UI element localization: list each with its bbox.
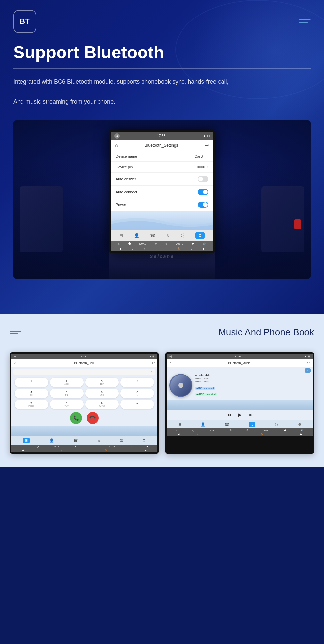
- sys-power[interactable]: ⏻: [128, 242, 131, 245]
- ms-contact-icon[interactable]: 👤: [201, 422, 205, 427]
- bottom-controls-bar: ◀ 0 ↑ ———— 🪑 0 ▶: [111, 246, 213, 251]
- sys-vol[interactable]: 🔊: [203, 242, 206, 245]
- ms-home[interactable]: ⌂: [176, 429, 177, 432]
- ms-sync[interactable]: ⇄: [284, 429, 286, 432]
- contact-icon[interactable]: 👤: [134, 233, 139, 238]
- mc-seat[interactable]: 🪑: [260, 433, 263, 436]
- sys-home[interactable]: ⌂: [118, 242, 120, 245]
- music-phone-section: Music And Phone Book ◀ 17:53 ▲ ⊟ ⌂ Bluet…: [0, 314, 324, 467]
- device-pin-row: Device pin 0000 ›: [111, 162, 213, 173]
- ctrl-seat[interactable]: 🪑: [177, 247, 180, 250]
- device-pin-label: Device pin: [116, 165, 133, 169]
- key-6[interactable]: 6MNO: [85, 389, 119, 398]
- hero-divider: [13, 68, 311, 69]
- link-icon[interactable]: ⛓: [180, 233, 184, 238]
- cc-back[interactable]: ◀: [22, 449, 24, 452]
- phone-icon[interactable]: ☎: [150, 233, 155, 238]
- call-status-icons: ▲ ⊟: [149, 355, 155, 358]
- music-back-icon[interactable]: ↩: [307, 361, 310, 365]
- music-note-icon[interactable]: ♫: [305, 368, 311, 373]
- mc-back[interactable]: ◀: [178, 433, 179, 436]
- ms-vol[interactable]: 🔊: [301, 429, 304, 432]
- ctrl-back[interactable]: ◀: [119, 247, 121, 250]
- mc-fan[interactable]: ↑: [216, 433, 218, 436]
- settings-icon[interactable]: ⚙: [195, 232, 205, 239]
- key-1[interactable]: 1—: [15, 378, 48, 387]
- call-back-icon[interactable]: ↩: [152, 361, 155, 365]
- chevron-right-icon-2[interactable]: ›: [207, 165, 208, 169]
- auto-answer-label: Auto answer: [116, 177, 136, 181]
- call-search-bar[interactable]: ✕: [13, 369, 155, 375]
- cc-seat[interactable]: 🪑: [105, 449, 108, 452]
- music-content: Music Title Music Album Music Artist A2D…: [167, 374, 313, 400]
- mc-fwd[interactable]: ▶: [300, 433, 302, 436]
- key-7[interactable]: 7PQRS: [15, 400, 48, 409]
- cs-home[interactable]: ⌂: [20, 446, 22, 448]
- cs-sync[interactable]: ⇄: [130, 445, 132, 448]
- bottom-nav-bar: ⊞ 👤 ☎ ♫ ⛓ ⚙: [111, 230, 213, 241]
- ctrl-fan[interactable]: ↑: [144, 247, 145, 250]
- music-home-icon[interactable]: ⌂: [169, 361, 172, 365]
- home-icon[interactable]: ⌂: [115, 143, 118, 148]
- key-8[interactable]: 8TUV: [50, 400, 84, 409]
- cs-power[interactable]: ⏻: [37, 446, 39, 448]
- play-pause-icon[interactable]: ▶: [238, 412, 242, 417]
- music-back-arrow[interactable]: ◀: [169, 355, 172, 358]
- sys-sync[interactable]: ⇄: [192, 242, 194, 245]
- ms-settings-icon[interactable]: ⚙: [298, 422, 301, 427]
- music-sys-bar: ⌂ ⏻ DUAL ❄ ↺ AUTO ⇄ 🔊: [167, 428, 313, 432]
- key-2[interactable]: 2ABC: [50, 378, 84, 387]
- key-0[interactable]: 0+: [120, 389, 154, 398]
- ms-music-icon[interactable]: ♫: [249, 422, 255, 427]
- sys-ac[interactable]: ❄: [155, 242, 157, 245]
- key-3[interactable]: 3DEF: [85, 378, 119, 387]
- key-star[interactable]: *: [120, 378, 154, 387]
- power-toggle[interactable]: [198, 202, 208, 208]
- key-hash[interactable]: #: [120, 400, 154, 409]
- sys-fan[interactable]: ↺: [165, 242, 168, 245]
- music-info: Music Title Music Album Music Artist A2D…: [195, 374, 310, 396]
- chevron-right-icon[interactable]: ›: [207, 154, 208, 158]
- cs-ac[interactable]: ❄: [75, 445, 77, 448]
- hamburger-menu-icon[interactable]: [299, 19, 311, 23]
- ms-link-icon[interactable]: ⛓: [275, 422, 278, 426]
- call-button[interactable]: 📞: [70, 412, 82, 424]
- call-music-icon[interactable]: ♫: [97, 439, 100, 443]
- call-phone-icon[interactable]: ☎: [73, 438, 78, 443]
- album-art: [169, 374, 192, 397]
- ctrl-zero1: 0: [132, 247, 133, 250]
- ms-power[interactable]: ⏻: [192, 429, 194, 432]
- auto-connect-toggle[interactable]: [198, 189, 208, 195]
- clear-icon[interactable]: ✕: [150, 370, 153, 373]
- prev-track-icon[interactable]: ⏮: [227, 412, 231, 417]
- back-arrow-icon[interactable]: ◀: [114, 133, 120, 139]
- key-9[interactable]: 9WXYZ: [85, 400, 119, 409]
- cc-fwd[interactable]: ▶: [145, 449, 146, 452]
- end-call-button[interactable]: 📞: [84, 410, 101, 427]
- call-contact-icon[interactable]: 👤: [49, 438, 54, 443]
- auto-answer-toggle[interactable]: [198, 176, 208, 182]
- music-menu-icon[interactable]: [10, 331, 21, 334]
- call-grid-icon[interactable]: ⊞: [23, 438, 30, 443]
- call-back-arrow[interactable]: ◀: [14, 355, 16, 358]
- call-link-icon[interactable]: ⛓: [119, 439, 123, 443]
- key-4[interactable]: 4GHI: [15, 389, 48, 398]
- cc-fan[interactable]: ↑: [61, 449, 62, 452]
- next-track-icon[interactable]: ⏭: [248, 412, 253, 417]
- cs-fan[interactable]: ↺: [92, 445, 94, 448]
- ms-fan[interactable]: ↺: [246, 429, 248, 432]
- ms-grid-icon[interactable]: ⊞: [178, 422, 181, 427]
- back-icon[interactable]: ↩: [205, 143, 209, 148]
- cs-vol[interactable]: ◀: [146, 445, 148, 448]
- search-placeholder: [16, 370, 17, 373]
- ms-ac[interactable]: ❄: [230, 429, 232, 432]
- call-settings-icon[interactable]: ⚙: [142, 438, 146, 443]
- call-home-icon[interactable]: ⌂: [14, 361, 16, 365]
- ctrl-fwd[interactable]: ▶: [203, 247, 205, 250]
- power-row: Power: [111, 198, 213, 211]
- key-5[interactable]: 5JKL: [50, 389, 84, 398]
- music-icon[interactable]: ♫: [166, 233, 170, 238]
- grid-icon[interactable]: ⊞: [119, 233, 123, 238]
- music-time: 17:53: [235, 355, 241, 358]
- ms-phone-icon[interactable]: ☎: [225, 422, 229, 427]
